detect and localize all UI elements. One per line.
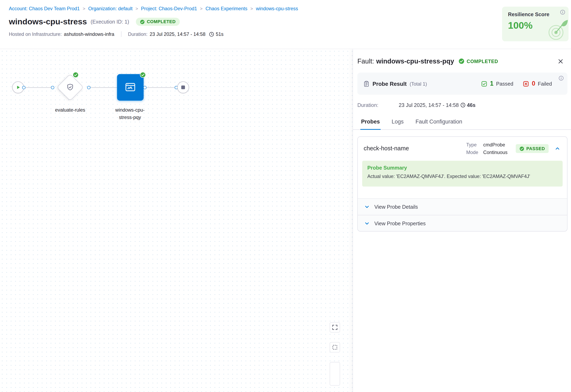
fault-status-label: COMPLETED	[466, 58, 498, 64]
chevron-down-icon	[364, 221, 370, 226]
view-probe-details-row[interactable]: View Probe Details	[358, 199, 567, 215]
infrastructure-name: ashutosh-windows-infra	[64, 31, 114, 37]
node-label-evaluate-rules: evaluate-rules	[44, 107, 96, 114]
edge-line	[90, 87, 117, 88]
close-panel-button[interactable]	[556, 56, 565, 66]
clock-icon	[460, 102, 465, 108]
node-success-badge-icon	[140, 72, 146, 78]
probe-result-info-icon[interactable]	[558, 76, 564, 82]
fault-label: Fault:	[357, 57, 374, 65]
probe-card-header[interactable]: check-host-name Type cmdProbe Mode Conti…	[358, 137, 567, 160]
probe-mode-label: Mode	[466, 150, 483, 155]
probe-summary: Probe Summary Actual value: 'EC2AMAZ-QMV…	[362, 161, 563, 187]
breadcrumb-chaos-experiments[interactable]: Chaos Experiments	[206, 6, 247, 12]
probe-card: check-host-name Type cmdProbe Mode Conti…	[357, 136, 567, 231]
probe-type-label: Type	[466, 142, 483, 147]
probe-mode-value: Continuous	[483, 150, 507, 155]
probe-summary-text: Actual value: 'EC2AMAZ-QMVAF4J'. Expecte…	[367, 174, 557, 179]
check-circle-icon	[140, 19, 145, 24]
fault-elapsed-time: 46s	[467, 102, 475, 108]
edge-line	[25, 87, 51, 88]
duration-value: 23 Jul 2025, 14:57 - 14:58	[150, 31, 206, 37]
breadcrumb-separator: >	[135, 6, 138, 11]
play-icon	[15, 85, 21, 90]
failed-x-icon	[523, 81, 529, 87]
experiment-status-label: COMPLETED	[147, 19, 176, 24]
edge-connector-dot	[51, 86, 54, 89]
fault-name: windows-cpu-stress-pqy	[376, 57, 454, 65]
probe-result-title: Probe Result	[373, 81, 407, 87]
fault-window-icon	[124, 82, 136, 93]
selection-mode-button[interactable]	[330, 342, 340, 352]
node-windows-cpu-stress-pqy[interactable]	[117, 74, 144, 101]
check-circle-icon	[519, 146, 524, 151]
clock-icon	[209, 31, 214, 37]
breadcrumb-current-experiment[interactable]: windows-cpu-stress	[256, 6, 298, 12]
probe-result-card: Probe Result (Total 1) 1 Passed 0 Failed	[357, 73, 567, 95]
tab-logs[interactable]: Logs	[391, 115, 405, 130]
probe-type-mode: Type cmdProbe Mode Continuous	[466, 142, 507, 155]
execution-id: (Execution ID: 1)	[91, 19, 129, 25]
chevron-up-icon	[555, 146, 560, 151]
passed-check-icon	[481, 81, 488, 87]
pipeline-canvas[interactable]: evaluate-rules windows-cpu-stress-pqy + …	[0, 49, 353, 392]
experiment-status-badge: COMPLETED	[136, 18, 180, 26]
edge-connector-dot	[22, 86, 25, 89]
marquee-select-icon	[332, 344, 338, 350]
breadcrumb-account[interactable]: Account: Chaos Dev Team Prod1	[9, 6, 80, 12]
view-probe-properties-row[interactable]: View Probe Properties	[358, 215, 567, 231]
page-header: Account: Chaos Dev Team Prod1 > Organiza…	[0, 0, 571, 49]
probe-status-label: PASSED	[526, 146, 545, 151]
edge-line	[147, 87, 175, 88]
probe-expanders: View Probe Details View Probe Properties	[358, 198, 567, 231]
node-evaluate-rules[interactable]	[60, 78, 80, 97]
probe-name: check-host-name	[364, 145, 466, 152]
passed-label: Passed	[496, 81, 513, 87]
probe-result-total: (Total 1)	[410, 81, 427, 86]
panel-tabs: Probes Logs Fault Configuration	[353, 115, 571, 130]
fault-panel-header: Fault: windows-cpu-stress-pqy COMPLETED	[357, 56, 565, 66]
divider	[121, 31, 121, 37]
check-circle-icon	[459, 58, 465, 64]
zoom-controls: + −	[330, 362, 340, 386]
duration-label: Duration:	[128, 31, 148, 37]
elapsed-time: 51s	[216, 31, 224, 37]
resilience-score-value: 100%	[508, 20, 563, 31]
clipboard-icon	[363, 81, 370, 87]
breadcrumb-project[interactable]: Project: Chaos-Dev-Prod1	[141, 6, 197, 12]
fault-duration-value: 23 Jul 2025, 14:57 - 14:58	[399, 102, 459, 108]
breadcrumb-organization[interactable]: Organization: default	[88, 6, 133, 12]
fault-status: COMPLETED	[459, 58, 498, 64]
resilience-score-card: Resilience Score 100%	[502, 7, 569, 41]
probe-status-badge: PASSED	[516, 144, 549, 153]
hosted-on-label: Hosted on Infrastructure:	[9, 31, 62, 37]
page-title: windows-cpu-stress	[9, 17, 87, 27]
tab-probes[interactable]: Probes	[360, 115, 381, 130]
view-probe-properties-label: View Probe Properties	[374, 220, 426, 226]
node-label-fault: windows-cpu-stress-pqy	[112, 107, 149, 121]
resilience-info-icon[interactable]	[560, 10, 565, 16]
view-probe-details-label: View Probe Details	[374, 204, 418, 210]
experiment-meta: Hosted on Infrastructure: ashutosh-windo…	[9, 31, 571, 37]
stop-icon	[181, 86, 185, 89]
node-success-badge-icon	[73, 72, 79, 78]
passed-count: 1	[490, 80, 494, 87]
breadcrumb-separator: >	[83, 6, 85, 11]
collapse-probe-button[interactable]	[553, 144, 562, 153]
shield-check-icon	[66, 83, 75, 92]
breadcrumb-separator: >	[250, 6, 253, 11]
fullscreen-button[interactable]	[330, 322, 340, 332]
fault-duration-label: Duration:	[357, 102, 399, 108]
close-icon	[557, 58, 564, 65]
edge-connector-dot	[87, 86, 90, 89]
tab-fault-configuration[interactable]: Fault Configuration	[415, 115, 463, 130]
fault-details-panel: Fault: windows-cpu-stress-pqy COMPLETED …	[353, 49, 571, 392]
failed-label: Failed	[538, 81, 552, 87]
breadcrumb: Account: Chaos Dev Team Prod1 > Organiza…	[9, 6, 571, 12]
breadcrumb-separator: >	[200, 6, 203, 11]
edge-connector-dot	[143, 86, 147, 89]
resilience-score-label: Resilience Score	[508, 12, 563, 17]
failed-count: 0	[532, 80, 535, 87]
chevron-down-icon	[364, 204, 370, 209]
pipeline-stop-node	[177, 82, 189, 93]
